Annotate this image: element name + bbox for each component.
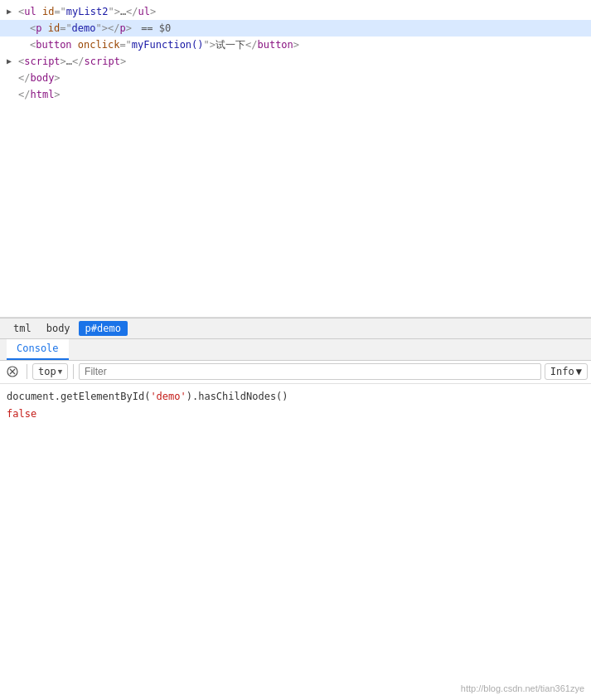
dom-line-p[interactable]: <p id="demo" ></p> == $0 — [0, 20, 591, 36]
info-label: Info — [550, 366, 574, 377]
console-output: document.getElementById('demo').hasChild… — [0, 384, 591, 701]
top-label: top — [38, 366, 56, 377]
breadcrumb-tml[interactable]: tml — [7, 321, 38, 336]
toolbar-sep — [27, 364, 27, 379]
console-result-line: false — [7, 406, 584, 422]
breadcrumb-body[interactable]: body — [40, 321, 77, 336]
command-text: document.getElementById('demo').hasChild… — [7, 391, 288, 402]
watermark: http://blog.csdn.net/tian361zye — [461, 683, 584, 693]
top-context-selector[interactable]: top ▼ — [32, 363, 68, 380]
console-command-line: document.getElementById('demo').hasChild… — [7, 387, 584, 406]
breadcrumb-pdemo[interactable]: p#demo — [79, 321, 128, 336]
dom-inspector-panel: ▶ <ul id="myList2" > … </ul> <p id="demo… — [0, 0, 591, 318]
clear-console-button[interactable] — [3, 364, 22, 379]
dom-line-ul[interactable]: ▶ <ul id="myList2" > … </ul> — [0, 3, 591, 20]
breadcrumb-bar: tml body p#demo — [0, 318, 591, 339]
console-toolbar: top ▼ Info ▼ — [0, 361, 591, 384]
console-tab-bar: Console — [0, 339, 591, 361]
result-value: false — [7, 408, 36, 420]
dom-line-close-body[interactable]: </body> — [0, 70, 591, 86]
tab-console[interactable]: Console — [7, 339, 69, 360]
collapse-arrow-script[interactable]: ▶ — [7, 54, 18, 69]
collapse-arrow-ul[interactable]: ▶ — [7, 4, 18, 19]
console-filter-input[interactable] — [79, 363, 541, 380]
top-dropdown-arrow: ▼ — [58, 367, 62, 376]
dom-line-button[interactable]: <button onclick="myFunction()" >试一下</but… — [0, 36, 591, 53]
dom-line-close-html[interactable]: </html> — [0, 86, 591, 103]
toolbar-sep2 — [73, 364, 74, 379]
info-dropdown-arrow: ▼ — [576, 366, 582, 377]
log-level-selector[interactable]: Info ▼ — [545, 363, 588, 380]
dom-line-script[interactable]: ▶ <script > … </script> — [0, 53, 591, 70]
clear-icon — [7, 366, 18, 377]
